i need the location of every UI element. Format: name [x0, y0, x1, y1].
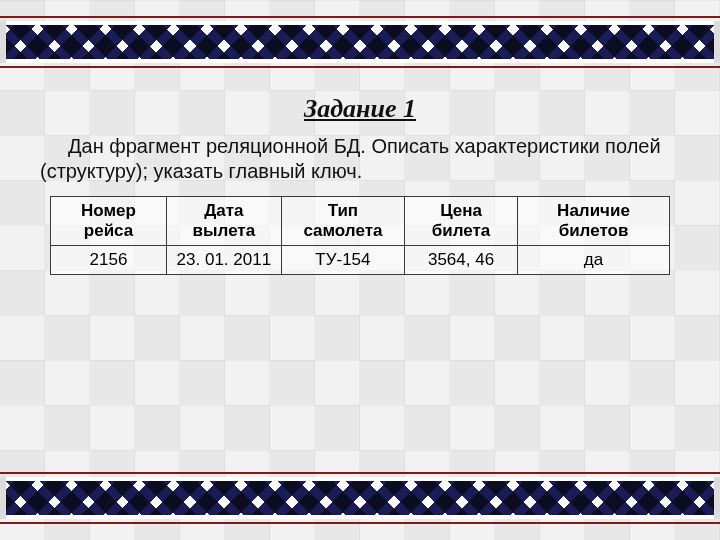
table-header-row: Номер рейса Дата вылета Тип самолета Цен… — [51, 197, 670, 246]
task-title: Задание 1 — [34, 94, 686, 124]
col-header: Тип самолета — [281, 197, 404, 246]
cell-availability: да — [518, 246, 670, 275]
cell-ticket-price: 3564, 46 — [405, 246, 518, 275]
cell-departure-date: 23. 01. 2011 — [167, 246, 282, 275]
ornament-bottom — [0, 470, 720, 526]
col-header: Наличие билетов — [518, 197, 670, 246]
ornament-top — [0, 14, 720, 70]
col-header: Номер рейса — [51, 197, 167, 246]
slide-content: Задание 1 Дан фрагмент реляционной БД. О… — [34, 88, 686, 452]
cell-aircraft-type: ТУ-154 — [281, 246, 404, 275]
db-fragment-table: Номер рейса Дата вылета Тип самолета Цен… — [50, 196, 670, 275]
table-row: 2156 23. 01. 2011 ТУ-154 3564, 46 да — [51, 246, 670, 275]
col-header: Цена билета — [405, 197, 518, 246]
col-header: Дата вылета — [167, 197, 282, 246]
cell-flight-number: 2156 — [51, 246, 167, 275]
task-description: Дан фрагмент реляционной БД. Описать хар… — [34, 134, 686, 184]
